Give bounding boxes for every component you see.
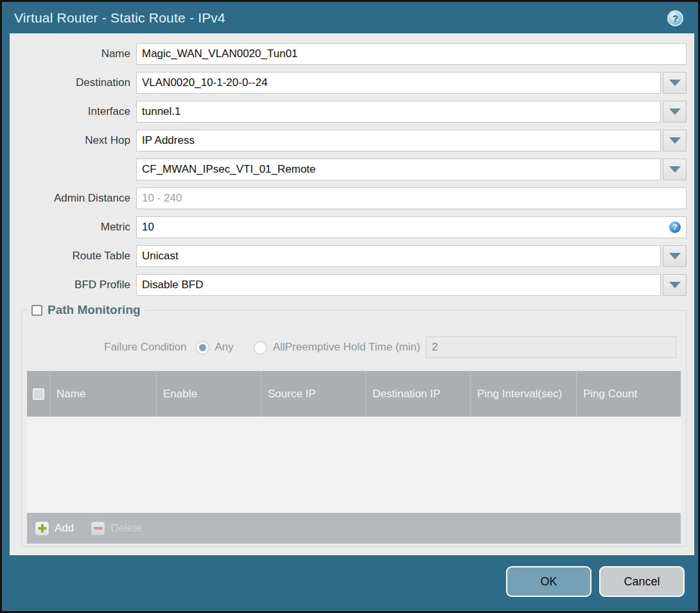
next-hop-address-dropdown-button[interactable] (663, 159, 687, 180)
delete-button[interactable]: Delete (91, 521, 142, 536)
chevron-down-icon (669, 166, 681, 173)
chevron-down-icon (669, 137, 681, 144)
route-table-dropdown-button[interactable] (663, 245, 687, 267)
form-row-route-table: Route Table (10, 245, 687, 267)
route-table-label: Route Table (10, 250, 136, 263)
next-hop-label: Next Hop (10, 134, 136, 147)
dialog-titlebar: Virtual Router - Static Route - IPv4 (2, 2, 698, 33)
column-header-name[interactable]: Name (50, 371, 157, 417)
plus-icon (35, 521, 49, 536)
help-icon[interactable]: ? (667, 10, 683, 26)
preemptive-hold-time-input[interactable] (426, 336, 676, 358)
path-monitoring-section: Path Monitoring Failure Condition Any Al… (21, 310, 687, 547)
form-row-bfd-profile: BFD Profile (10, 274, 687, 296)
metric-input[interactable] (136, 216, 687, 238)
failure-condition-label: Failure Condition (104, 341, 187, 354)
chevron-down-icon (669, 80, 681, 86)
failure-condition-row: Failure Condition Any All Preemptive Hol… (22, 336, 686, 358)
bfd-profile-input[interactable] (136, 274, 661, 296)
next-hop-type-input[interactable] (136, 130, 661, 151)
destination-dropdown-button[interactable] (663, 72, 687, 94)
ok-button[interactable]: OK (506, 566, 591, 597)
route-table-input[interactable] (136, 245, 661, 267)
preemptive-hold-time-label: Preemptive Hold Time (min) (285, 341, 421, 354)
next-hop-address-input[interactable] (136, 159, 661, 180)
minus-icon (91, 521, 105, 536)
add-button-label: Add (55, 522, 74, 535)
form-row-metric: Metric ? (10, 216, 687, 238)
admin-distance-input[interactable] (136, 187, 687, 209)
destination-label: Destination (10, 76, 136, 89)
select-all-checkbox[interactable] (33, 388, 44, 400)
column-header-source-ip[interactable]: Source IP (261, 371, 366, 417)
cancel-button[interactable]: Cancel (599, 566, 685, 597)
form-row-next-hop-address (10, 159, 687, 180)
failure-condition-all-radio[interactable] (254, 341, 267, 354)
path-monitoring-title: Path Monitoring (48, 303, 141, 317)
form-row-admin-distance: Admin Distance (10, 187, 687, 209)
next-hop-type-dropdown-button[interactable] (663, 130, 687, 151)
bfd-profile-dropdown-button[interactable] (663, 274, 687, 296)
table-toolbar: Add Delete (27, 513, 681, 544)
name-label: Name (10, 47, 136, 60)
bfd-profile-label: BFD Profile (10, 279, 136, 291)
chevron-down-icon (669, 282, 681, 288)
dialog-title: Virtual Router - Static Route - IPv4 (2, 10, 225, 26)
failure-condition-any-radio[interactable] (196, 341, 209, 354)
dialog-body: Name Destination Interface (10, 33, 694, 555)
interface-input[interactable] (136, 101, 661, 123)
name-input[interactable] (136, 43, 687, 65)
table-body-empty (27, 417, 681, 513)
form-row-interface: Interface (10, 101, 687, 123)
column-header-ping-count[interactable]: Ping Count (577, 371, 681, 417)
form-row-name: Name (10, 43, 687, 65)
static-route-dialog: Virtual Router - Static Route - IPv4 ? N… (0, 0, 700, 613)
metric-info-icon: ? (669, 221, 681, 233)
failure-condition-any-label: Any (215, 341, 234, 354)
chevron-down-icon (669, 108, 681, 115)
form-row-next-hop: Next Hop (10, 130, 687, 151)
table-header: Name Enable Source IP Destination IP Pin… (27, 371, 681, 417)
chevron-down-icon (669, 253, 681, 259)
destination-input[interactable] (136, 72, 661, 94)
path-monitoring-checkbox[interactable] (31, 305, 42, 316)
form-row-destination: Destination (10, 72, 687, 94)
failure-condition-all-label: All (273, 341, 285, 354)
column-header-destination-ip[interactable]: Destination IP (366, 371, 471, 417)
metric-label: Metric (10, 221, 136, 234)
path-monitoring-table: Name Enable Source IP Destination IP Pin… (27, 371, 681, 544)
interface-label: Interface (10, 105, 136, 118)
delete-button-label: Delete (110, 522, 142, 535)
add-button[interactable]: Add (35, 521, 74, 536)
table-header-checkbox-cell (27, 371, 50, 417)
column-header-ping-interval[interactable]: Ping Interval(sec) (471, 371, 577, 417)
path-monitoring-legend: Path Monitoring (27, 303, 145, 317)
admin-distance-label: Admin Distance (10, 192, 136, 205)
interface-dropdown-button[interactable] (663, 101, 687, 123)
column-header-enable[interactable]: Enable (157, 371, 261, 417)
